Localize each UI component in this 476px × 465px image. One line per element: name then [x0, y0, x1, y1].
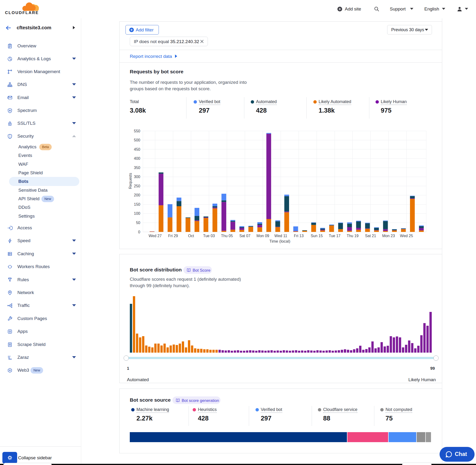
svg-text:Wed 25: Wed 25	[400, 234, 413, 238]
svg-text:Sat 07: Sat 07	[239, 234, 250, 238]
svg-text:Tue 17: Tue 17	[329, 234, 340, 238]
svg-text:Thu 19: Thu 19	[347, 234, 359, 238]
svg-text:Tue 03: Tue 03	[203, 234, 215, 238]
svg-text:Fri 29: Fri 29	[168, 234, 178, 238]
svg-text:200: 200	[134, 193, 140, 197]
svg-text:Sun 15: Sun 15	[311, 234, 323, 238]
svg-text:400: 400	[134, 157, 140, 160]
svg-text:Time (local): Time (local)	[269, 239, 290, 243]
svg-text:Fri 13: Fri 13	[294, 234, 304, 238]
svg-text:Requests: Requests	[128, 173, 132, 189]
svg-text:Wed 11: Wed 11	[274, 234, 287, 238]
svg-text:50: 50	[136, 221, 140, 225]
svg-text:Thu 05: Thu 05	[221, 234, 233, 238]
svg-text:0: 0	[138, 230, 140, 234]
svg-text:450: 450	[134, 147, 140, 151]
svg-text:100: 100	[134, 211, 140, 215]
svg-text:Mon 23: Mon 23	[382, 234, 395, 238]
svg-text:500: 500	[134, 138, 140, 142]
svg-text:Sat 21: Sat 21	[365, 234, 376, 238]
svg-text:Oct: Oct	[188, 234, 194, 238]
svg-text:300: 300	[134, 175, 140, 179]
svg-text:250: 250	[134, 184, 140, 188]
svg-text:150: 150	[134, 202, 140, 206]
svg-text:Mon 09: Mon 09	[256, 234, 269, 238]
svg-text:550: 550	[134, 129, 140, 133]
svg-text:350: 350	[134, 166, 140, 170]
svg-text:Wed 27: Wed 27	[148, 234, 162, 238]
